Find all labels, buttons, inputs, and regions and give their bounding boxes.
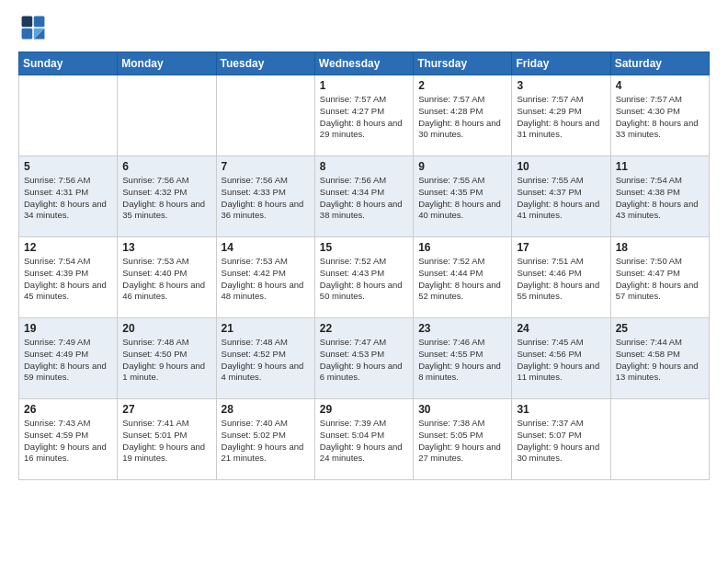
weekday-header-wednesday: Wednesday <box>314 52 413 75</box>
calendar-cell: 23Sunrise: 7:46 AM Sunset: 4:55 PM Dayli… <box>414 318 512 399</box>
weekday-header-sunday: Sunday <box>19 52 118 75</box>
calendar-cell <box>19 75 118 156</box>
day-number: 28 <box>222 403 310 416</box>
day-number: 9 <box>418 160 506 173</box>
day-info: Sunrise: 7:56 AM Sunset: 4:34 PM Dayligh… <box>320 175 408 222</box>
calendar-cell: 26Sunrise: 7:43 AM Sunset: 4:59 PM Dayli… <box>19 399 118 480</box>
day-info: Sunrise: 7:57 AM Sunset: 4:28 PM Dayligh… <box>418 94 506 141</box>
day-number: 2 <box>418 79 506 92</box>
day-info: Sunrise: 7:51 AM Sunset: 4:46 PM Dayligh… <box>517 256 605 303</box>
calendar-cell: 3Sunrise: 7:57 AM Sunset: 4:29 PM Daylig… <box>512 75 610 156</box>
calendar-week-2: 5Sunrise: 7:56 AM Sunset: 4:31 PM Daylig… <box>19 156 710 237</box>
calendar-cell: 18Sunrise: 7:50 AM Sunset: 4:47 PM Dayli… <box>610 237 709 318</box>
day-number: 16 <box>418 241 506 254</box>
day-number: 5 <box>24 160 112 173</box>
day-number: 30 <box>418 403 506 416</box>
svg-rect-0 <box>22 17 33 28</box>
calendar-cell: 4Sunrise: 7:57 AM Sunset: 4:30 PM Daylig… <box>610 75 709 156</box>
calendar-week-5: 26Sunrise: 7:43 AM Sunset: 4:59 PM Dayli… <box>19 399 710 480</box>
day-number: 31 <box>517 403 605 416</box>
day-number: 11 <box>616 160 704 173</box>
calendar-cell: 31Sunrise: 7:37 AM Sunset: 5:07 PM Dayli… <box>512 399 610 480</box>
day-info: Sunrise: 7:46 AM Sunset: 4:55 PM Dayligh… <box>418 337 506 384</box>
calendar-cell: 19Sunrise: 7:49 AM Sunset: 4:49 PM Dayli… <box>19 318 118 399</box>
day-info: Sunrise: 7:45 AM Sunset: 4:56 PM Dayligh… <box>517 337 605 384</box>
day-info: Sunrise: 7:49 AM Sunset: 4:49 PM Dayligh… <box>24 337 112 384</box>
day-info: Sunrise: 7:52 AM Sunset: 4:43 PM Dayligh… <box>320 256 408 303</box>
svg-rect-2 <box>22 29 33 40</box>
calendar-cell: 8Sunrise: 7:56 AM Sunset: 4:34 PM Daylig… <box>314 156 413 237</box>
weekday-header-friday: Friday <box>512 52 610 75</box>
day-number: 22 <box>320 322 408 335</box>
calendar-cell: 1Sunrise: 7:57 AM Sunset: 4:27 PM Daylig… <box>314 75 413 156</box>
day-number: 8 <box>320 160 408 173</box>
day-number: 24 <box>517 322 605 335</box>
calendar-cell: 11Sunrise: 7:54 AM Sunset: 4:38 PM Dayli… <box>610 156 709 237</box>
calendar-cell: 17Sunrise: 7:51 AM Sunset: 4:46 PM Dayli… <box>512 237 610 318</box>
day-number: 19 <box>24 322 112 335</box>
calendar-week-4: 19Sunrise: 7:49 AM Sunset: 4:49 PM Dayli… <box>19 318 710 399</box>
weekday-header-saturday: Saturday <box>610 52 709 75</box>
day-info: Sunrise: 7:43 AM Sunset: 4:59 PM Dayligh… <box>24 418 112 465</box>
day-info: Sunrise: 7:55 AM Sunset: 4:35 PM Dayligh… <box>418 175 506 222</box>
day-number: 17 <box>517 241 605 254</box>
weekday-header-row: SundayMondayTuesdayWednesdayThursdayFrid… <box>19 52 710 75</box>
day-info: Sunrise: 7:38 AM Sunset: 5:05 PM Dayligh… <box>418 418 506 465</box>
calendar-cell: 28Sunrise: 7:40 AM Sunset: 5:02 PM Dayli… <box>216 399 314 480</box>
calendar-cell <box>216 75 314 156</box>
day-number: 18 <box>616 241 704 254</box>
day-number: 13 <box>122 241 210 254</box>
calendar-cell: 9Sunrise: 7:55 AM Sunset: 4:35 PM Daylig… <box>414 156 512 237</box>
day-number: 27 <box>122 403 210 416</box>
day-info: Sunrise: 7:57 AM Sunset: 4:29 PM Dayligh… <box>517 94 605 141</box>
calendar-cell: 12Sunrise: 7:54 AM Sunset: 4:39 PM Dayli… <box>19 237 118 318</box>
calendar-week-3: 12Sunrise: 7:54 AM Sunset: 4:39 PM Dayli… <box>19 237 710 318</box>
calendar-cell: 30Sunrise: 7:38 AM Sunset: 5:05 PM Dayli… <box>414 399 512 480</box>
calendar-cell: 22Sunrise: 7:47 AM Sunset: 4:53 PM Dayli… <box>314 318 413 399</box>
calendar-body: 1Sunrise: 7:57 AM Sunset: 4:27 PM Daylig… <box>19 75 710 480</box>
day-info: Sunrise: 7:53 AM Sunset: 4:42 PM Dayligh… <box>222 256 310 303</box>
calendar-cell: 14Sunrise: 7:53 AM Sunset: 4:42 PM Dayli… <box>216 237 314 318</box>
day-number: 3 <box>517 79 605 92</box>
day-info: Sunrise: 7:48 AM Sunset: 4:50 PM Dayligh… <box>122 337 210 384</box>
day-info: Sunrise: 7:54 AM Sunset: 4:39 PM Dayligh… <box>24 256 112 303</box>
calendar-header: SundayMondayTuesdayWednesdayThursdayFrid… <box>19 52 710 75</box>
day-number: 12 <box>24 241 112 254</box>
calendar-cell: 21Sunrise: 7:48 AM Sunset: 4:52 PM Dayli… <box>216 318 314 399</box>
day-info: Sunrise: 7:53 AM Sunset: 4:40 PM Dayligh… <box>122 256 210 303</box>
day-info: Sunrise: 7:52 AM Sunset: 4:44 PM Dayligh… <box>418 256 506 303</box>
weekday-header-thursday: Thursday <box>414 52 512 75</box>
day-info: Sunrise: 7:57 AM Sunset: 4:30 PM Dayligh… <box>616 94 704 141</box>
calendar-cell <box>610 399 709 480</box>
calendar-cell: 20Sunrise: 7:48 AM Sunset: 4:50 PM Dayli… <box>118 318 216 399</box>
day-number: 23 <box>418 322 506 335</box>
day-number: 20 <box>122 322 210 335</box>
calendar-cell: 29Sunrise: 7:39 AM Sunset: 5:04 PM Dayli… <box>314 399 413 480</box>
day-number: 21 <box>222 322 310 335</box>
day-info: Sunrise: 7:57 AM Sunset: 4:27 PM Dayligh… <box>320 94 408 141</box>
day-info: Sunrise: 7:54 AM Sunset: 4:38 PM Dayligh… <box>616 175 704 222</box>
calendar-week-1: 1Sunrise: 7:57 AM Sunset: 4:27 PM Daylig… <box>19 75 710 156</box>
day-number: 6 <box>122 160 210 173</box>
weekday-header-tuesday: Tuesday <box>216 52 314 75</box>
day-info: Sunrise: 7:47 AM Sunset: 4:53 PM Dayligh… <box>320 337 408 384</box>
day-info: Sunrise: 7:55 AM Sunset: 4:37 PM Dayligh… <box>517 175 605 222</box>
day-number: 25 <box>616 322 704 335</box>
day-info: Sunrise: 7:40 AM Sunset: 5:02 PM Dayligh… <box>222 418 310 465</box>
calendar-cell: 7Sunrise: 7:56 AM Sunset: 4:33 PM Daylig… <box>216 156 314 237</box>
calendar-cell: 27Sunrise: 7:41 AM Sunset: 5:01 PM Dayli… <box>118 399 216 480</box>
calendar-cell: 10Sunrise: 7:55 AM Sunset: 4:37 PM Dayli… <box>512 156 610 237</box>
day-number: 4 <box>616 79 704 92</box>
day-number: 26 <box>24 403 112 416</box>
calendar-cell: 13Sunrise: 7:53 AM Sunset: 4:40 PM Dayli… <box>118 237 216 318</box>
calendar-cell: 6Sunrise: 7:56 AM Sunset: 4:32 PM Daylig… <box>118 156 216 237</box>
svg-rect-1 <box>34 17 45 28</box>
calendar-cell: 2Sunrise: 7:57 AM Sunset: 4:28 PM Daylig… <box>414 75 512 156</box>
calendar-cell: 24Sunrise: 7:45 AM Sunset: 4:56 PM Dayli… <box>512 318 610 399</box>
calendar-cell: 5Sunrise: 7:56 AM Sunset: 4:31 PM Daylig… <box>19 156 118 237</box>
weekday-header-monday: Monday <box>118 52 216 75</box>
day-info: Sunrise: 7:41 AM Sunset: 5:01 PM Dayligh… <box>122 418 210 465</box>
logo-icon <box>20 15 46 40</box>
calendar-cell: 25Sunrise: 7:44 AM Sunset: 4:58 PM Dayli… <box>610 318 709 399</box>
day-info: Sunrise: 7:48 AM Sunset: 4:52 PM Dayligh… <box>222 337 310 384</box>
